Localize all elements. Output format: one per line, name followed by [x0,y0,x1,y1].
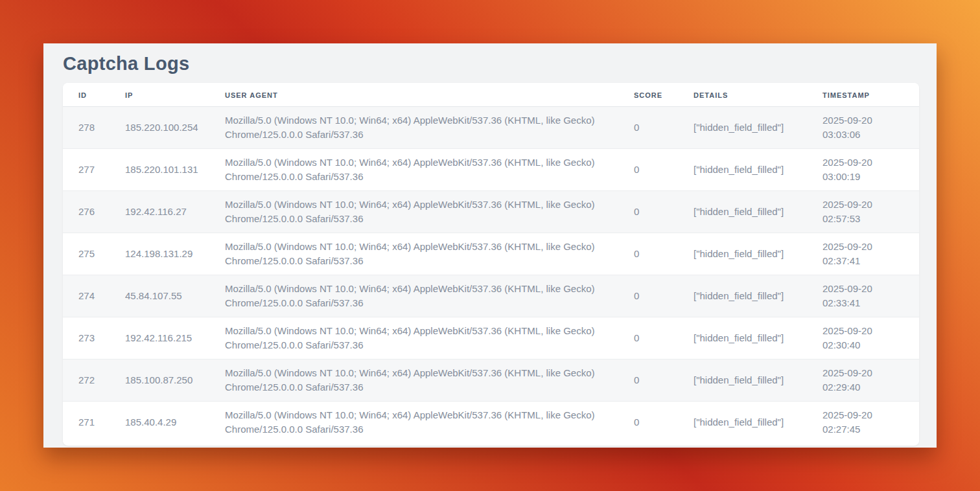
cell-score: 0 [618,317,678,360]
table-row: 272 185.100.87.250 Mozilla/5.0 (Windows … [63,360,919,402]
cell-user-agent: Mozilla/5.0 (Windows NT 10.0; Win64; x64… [209,275,618,317]
cell-ip: 185.220.100.254 [110,107,209,149]
cell-ip: 185.220.101.131 [110,149,209,191]
table-row: 275 124.198.131.29 Mozilla/5.0 (Windows … [63,233,919,275]
cell-score: 0 [618,402,678,444]
column-header-timestamp: TIMESTAMP [807,83,919,107]
cell-id: 277 [63,149,110,191]
cell-timestamp: 2025-09-20 02:37:41 [807,233,919,275]
cell-user-agent: Mozilla/5.0 (Windows NT 10.0; Win64; x64… [209,317,618,360]
cell-id: 273 [63,317,110,360]
cell-id: 272 [63,360,110,402]
cell-ip: 124.198.131.29 [110,233,209,275]
column-header-score: SCORE [618,83,678,107]
cell-user-agent: Mozilla/5.0 (Windows NT 10.0; Win64; x64… [209,233,618,275]
cell-timestamp: 2025-09-20 02:29:40 [807,360,919,402]
cell-details: ["hidden_field_filled"] [678,149,807,191]
cell-ip: 192.42.116.215 [110,317,209,360]
column-header-id: ID [63,83,110,107]
cell-details: ["hidden_field_filled"] [678,233,807,275]
logs-table-container[interactable]: ID IP USER AGENT SCORE DETAILS TIMESTAMP… [63,83,919,446]
cell-score: 0 [618,275,678,317]
cell-timestamp: 2025-09-20 03:03:06 [807,107,919,149]
cell-id: 274 [63,275,110,317]
cell-timestamp: 2025-09-20 02:57:53 [807,191,919,233]
logs-table: ID IP USER AGENT SCORE DETAILS TIMESTAMP… [63,83,919,444]
cell-ip: 185.100.87.250 [110,360,209,402]
cell-details: ["hidden_field_filled"] [678,360,807,402]
column-header-details: DETAILS [678,83,807,107]
cell-ip: 185.40.4.29 [110,402,209,444]
cell-id: 271 [63,402,110,444]
cell-score: 0 [618,191,678,233]
cell-timestamp: 2025-09-20 02:27:45 [807,402,919,444]
cell-details: ["hidden_field_filled"] [678,191,807,233]
cell-user-agent: Mozilla/5.0 (Windows NT 10.0; Win64; x64… [209,402,618,444]
cell-details: ["hidden_field_filled"] [678,275,807,317]
cell-score: 0 [618,107,678,149]
cell-score: 0 [618,149,678,191]
cell-details: ["hidden_field_filled"] [678,107,807,149]
cell-details: ["hidden_field_filled"] [678,317,807,360]
table-row: 277 185.220.101.131 Mozilla/5.0 (Windows… [63,149,919,191]
table-row: 274 45.84.107.55 Mozilla/5.0 (Windows NT… [63,275,919,317]
page-title: Captcha Logs [63,53,919,74]
table-row: 276 192.42.116.27 Mozilla/5.0 (Windows N… [63,191,919,233]
cell-id: 278 [63,107,110,149]
captcha-logs-card: Captcha Logs ID IP USER AGENT SCORE DETA… [43,43,937,448]
cell-timestamp: 2025-09-20 02:30:40 [807,317,919,360]
cell-user-agent: Mozilla/5.0 (Windows NT 10.0; Win64; x64… [209,360,618,402]
table-row: 271 185.40.4.29 Mozilla/5.0 (Windows NT … [63,402,919,444]
cell-id: 275 [63,233,110,275]
cell-id: 276 [63,191,110,233]
cell-score: 0 [618,360,678,402]
cell-score: 0 [618,233,678,275]
cell-ip: 192.42.116.27 [110,191,209,233]
cell-details: ["hidden_field_filled"] [678,402,807,444]
table-header-row: ID IP USER AGENT SCORE DETAILS TIMESTAMP [63,83,919,107]
cell-user-agent: Mozilla/5.0 (Windows NT 10.0; Win64; x64… [209,149,618,191]
cell-user-agent: Mozilla/5.0 (Windows NT 10.0; Win64; x64… [209,107,618,149]
column-header-user-agent: USER AGENT [209,83,618,107]
table-row: 273 192.42.116.215 Mozilla/5.0 (Windows … [63,317,919,360]
cell-user-agent: Mozilla/5.0 (Windows NT 10.0; Win64; x64… [209,191,618,233]
cell-timestamp: 2025-09-20 03:00:19 [807,149,919,191]
table-row: 278 185.220.100.254 Mozilla/5.0 (Windows… [63,107,919,149]
cell-ip: 45.84.107.55 [110,275,209,317]
cell-timestamp: 2025-09-20 02:33:41 [807,275,919,317]
column-header-ip: IP [110,83,209,107]
